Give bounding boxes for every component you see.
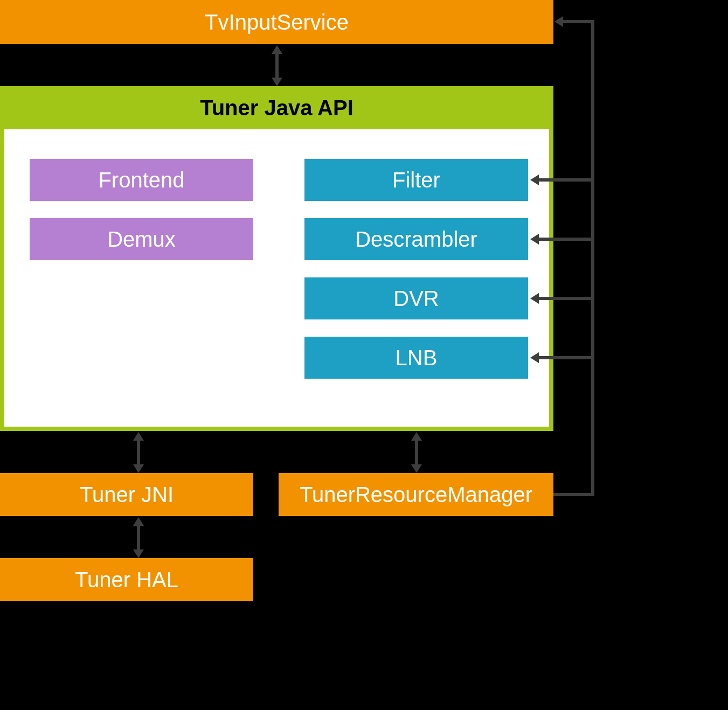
arrow-head-up-1	[272, 45, 282, 54]
arrow-vline-1	[275, 53, 279, 79]
dvr-label: DVR	[393, 287, 439, 311]
arrow-hline-descrambler	[538, 238, 594, 241]
filter-box: Filter	[304, 159, 528, 201]
arrow-head-left-filter	[530, 175, 539, 185]
tuner-hal-label: Tuner HAL	[75, 568, 178, 592]
arrow-head-up-2	[133, 432, 144, 441]
tv-input-service-label: TvInputService	[205, 10, 349, 34]
tuner-api-body: Frontend Demux Filter Descrambler DVR LN…	[4, 129, 549, 427]
arrow-hline-dvr	[538, 297, 594, 300]
dvr-box: DVR	[304, 277, 528, 319]
arrow-head-left-descrambler	[530, 234, 539, 245]
arrow-vtrunk	[591, 22, 594, 495]
tuner-jni-box: Tuner JNI	[0, 473, 253, 516]
arrow-hline-filter	[538, 178, 594, 182]
arrow-head-down-3	[411, 464, 422, 473]
tuner-hal-box: Tuner HAL	[0, 558, 253, 601]
descrambler-box: Descrambler	[304, 218, 528, 260]
arrow-vline-4	[137, 525, 140, 551]
arrow-vline-2	[137, 440, 140, 465]
tv-input-service-box: TvInputService	[0, 0, 553, 44]
arrow-head-left-lnb	[530, 352, 539, 363]
tuner-api-container: Tuner Java API Frontend Demux Filter Des…	[0, 86, 553, 431]
arrow-head-left-top	[554, 16, 563, 27]
arrow-head-up-4	[133, 517, 144, 526]
arrow-head-down-1	[272, 78, 282, 86]
arrow-head-down-2	[133, 464, 144, 473]
tuner-api-body-wrap: Frontend Demux Filter Descrambler DVR LN…	[0, 129, 553, 431]
arrow-hline-trm	[553, 493, 594, 496]
arrow-head-left-dvr	[530, 293, 539, 304]
trm-label: TunerResourceManager	[300, 483, 532, 507]
trm-box: TunerResourceManager	[279, 473, 553, 516]
tuner-api-header: Tuner Java API	[0, 86, 553, 129]
arrow-hline-lnb	[538, 356, 594, 359]
demux-label: Demux	[107, 227, 176, 252]
frontend-label: Frontend	[98, 168, 184, 192]
descrambler-label: Descrambler	[355, 227, 477, 252]
filter-label: Filter	[392, 168, 440, 192]
tuner-jni-label: Tuner JNI	[80, 483, 174, 507]
arrow-head-down-4	[133, 549, 144, 558]
arrow-vline-3	[415, 440, 418, 465]
lnb-box: LNB	[304, 337, 528, 379]
demux-box: Demux	[30, 218, 253, 260]
frontend-box: Frontend	[30, 159, 253, 201]
lnb-label: LNB	[396, 346, 438, 370]
arrow-head-up-3	[411, 432, 422, 441]
tuner-api-title: Tuner Java API	[200, 96, 353, 120]
arrow-hline-top	[562, 20, 594, 23]
